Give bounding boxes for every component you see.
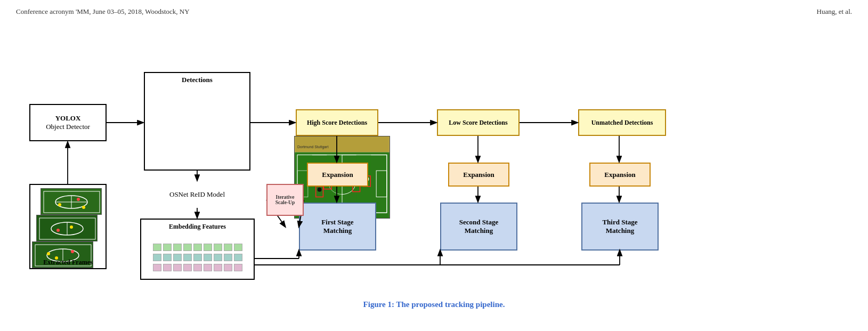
osnet-label: OSNet ReID Model <box>169 190 225 199</box>
detections-label: Detections <box>145 76 249 84</box>
first-match-label: First StageMatching <box>321 218 353 235</box>
expansion-1-label: Expansion <box>322 171 353 179</box>
figure-caption: Figure 1: The proposed tracking pipeline… <box>0 300 868 309</box>
expansion-2-label: Expansion <box>463 171 494 179</box>
header: Conference acronym 'MM, June 03–05, 2018… <box>0 0 868 16</box>
expansion-3-label: Expansion <box>604 171 636 179</box>
arrows-svg <box>0 19 868 317</box>
svg-point-5 <box>58 203 61 206</box>
svg-point-20 <box>47 252 50 255</box>
svg-point-13 <box>70 225 73 229</box>
yolox-box: YOLOX Object Detector <box>29 104 107 141</box>
svg-point-40 <box>318 188 322 192</box>
expansion-3-box: Expansion <box>589 163 651 187</box>
unmatched-box: Unmatched Detections <box>578 109 666 136</box>
svg-point-19 <box>71 250 74 253</box>
low-score-label: Low Score Detections <box>449 119 507 127</box>
embedding-label: Embedding Features <box>141 223 254 231</box>
third-match-label: Third StageMatching <box>602 218 637 235</box>
svg-point-6 <box>77 198 80 201</box>
unmatched-label: Unmatched Detections <box>591 119 653 127</box>
iterative-label-div: IterativeScale-Up <box>266 184 304 216</box>
yolox-label: YOLOX <box>46 114 90 123</box>
header-right: Huang, et al. <box>817 7 852 16</box>
header-left: Conference acronym 'MM, June 03–05, 2018… <box>16 7 190 16</box>
frames-stack: Extracted Frames <box>31 185 105 268</box>
detections-box: Detections <box>144 72 250 171</box>
embed-row-3 <box>153 264 242 271</box>
high-score-box: High Score Detections <box>296 109 378 136</box>
low-score-box: Low Score Detections <box>437 109 520 136</box>
expansion-2-box: Expansion <box>448 163 509 187</box>
osnet-box: OSNet ReID Model <box>144 181 250 208</box>
embed-bars <box>148 244 248 271</box>
high-score-label: High Score Detections <box>307 119 367 127</box>
embed-row-2 <box>153 254 242 261</box>
frames-label: Extracted Frames <box>31 259 105 267</box>
yolox-sublabel: Object Detector <box>46 123 90 131</box>
svg-rect-42 <box>295 136 390 152</box>
svg-point-7 <box>82 206 85 209</box>
second-match-label: Second StageMatching <box>459 218 498 235</box>
diagram-area: YOLOX Object Detector <box>0 19 868 317</box>
svg-point-12 <box>56 229 60 232</box>
second-match-box: Second StageMatching <box>440 203 517 251</box>
embed-row-1 <box>153 244 242 251</box>
third-match-box: Third StageMatching <box>581 203 659 251</box>
embedding-box: Embedding Features <box>140 219 255 280</box>
first-match-box: First StageMatching <box>299 203 376 251</box>
expansion-1-box: Expansion <box>307 163 368 187</box>
